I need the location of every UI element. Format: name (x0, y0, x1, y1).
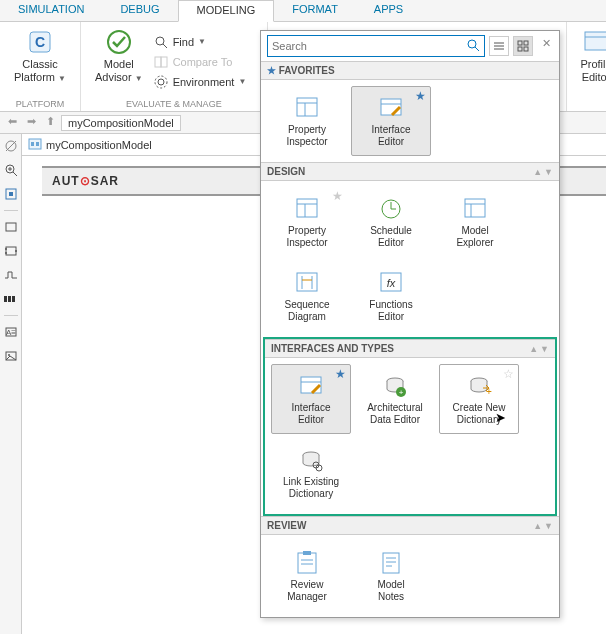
tab-format[interactable]: FORMAT (274, 0, 356, 21)
svg-rect-20 (6, 247, 16, 255)
svg-line-35 (475, 47, 479, 51)
model-icon (28, 137, 42, 153)
star-icon[interactable]: ★ (415, 89, 426, 103)
svg-rect-74 (303, 551, 311, 555)
ribbon-group-evaluate: ModelAdvisor ▼ Find ▼ Compare To Environ… (81, 22, 268, 111)
review-manager-icon (293, 549, 321, 577)
interface-editor-icon (297, 372, 325, 400)
sequence-diagram-icon (293, 269, 321, 297)
gallery-item-architectural-data-editor[interactable]: + ArchitecturalData Editor (355, 364, 435, 434)
tab-debug[interactable]: DEBUG (102, 0, 177, 21)
section-favorites-header[interactable]: ★ FAVORITES (261, 61, 559, 80)
star-icon[interactable]: ★ (332, 189, 343, 203)
svg-point-22 (5, 252, 7, 254)
collapse-icon[interactable]: ▲ (533, 521, 542, 531)
tool-separator (4, 210, 18, 211)
gallery-item-sequence-diagram[interactable]: SequenceDiagram (267, 261, 347, 331)
svg-point-8 (155, 76, 167, 88)
nav-back-icon[interactable]: ⬅ (4, 115, 20, 131)
tool-annotation-icon[interactable]: A≡ (3, 324, 19, 340)
tool-hide-icon[interactable] (3, 138, 19, 154)
section-review-header[interactable]: REVIEW ▲ ▼ (261, 516, 559, 535)
svg-rect-39 (518, 41, 522, 45)
tool-component-icon[interactable] (3, 219, 19, 235)
collapse-icon[interactable]: ▲ (533, 167, 542, 177)
svg-point-23 (15, 250, 17, 252)
svg-rect-33 (36, 142, 39, 146)
gallery-item-interface-editor[interactable]: ★ InterfaceEditor (271, 364, 351, 434)
ribbon-group-label: PLATFORM (8, 97, 72, 111)
expand-icon[interactable]: ▼ (544, 167, 553, 177)
gallery-item-model-explorer[interactable]: ModelExplorer (435, 187, 515, 257)
ribbon-group-label: EVALUATE & MANAGE (89, 97, 259, 111)
tool-signal-icon[interactable] (3, 267, 19, 283)
gallery-item-create-new-dictionary[interactable]: ☆ + Create NewDictionary ➤ (439, 364, 519, 434)
gallery-item-model-notes[interactable]: ModelNotes (351, 541, 431, 611)
tool-separator (4, 315, 18, 316)
gallery-item-interface-editor[interactable]: ★ InterfaceEditor (351, 86, 431, 156)
view-grid-button[interactable] (513, 36, 533, 56)
svg-rect-9 (585, 32, 606, 50)
gallery-item-functions-editor[interactable]: fx FunctionsEditor (351, 261, 431, 331)
tab-simulation[interactable]: SIMULATION (0, 0, 102, 21)
collapse-icon[interactable]: ▲ (529, 344, 538, 354)
nav-up-icon[interactable]: ⬆ (42, 115, 58, 131)
doc-tab[interactable]: myCompositionModel (28, 137, 152, 153)
view-list-button[interactable] (489, 36, 509, 56)
gallery-item-property-inspector[interactable]: ★ PropertyInspector (267, 187, 347, 257)
star-icon: ★ (267, 65, 276, 76)
left-toolbar: A≡ (0, 134, 22, 634)
checkmark-icon (105, 28, 133, 56)
gallery-popup: ✕ ★ FAVORITES PropertyInspector ★ Interf… (260, 30, 560, 618)
svg-point-21 (5, 248, 7, 250)
nav-forward-icon[interactable]: ➡ (23, 115, 39, 131)
tool-bus-icon[interactable] (3, 291, 19, 307)
section-interfaces-highlight: INTERFACES AND TYPES ▲ ▼ ★ InterfaceEdit… (263, 337, 557, 516)
svg-rect-18 (9, 192, 13, 196)
tool-fit-icon[interactable] (3, 186, 19, 202)
gallery-item-property-inspector[interactable]: PropertyInspector (267, 86, 347, 156)
svg-text:C: C (35, 34, 45, 50)
svg-rect-26 (12, 296, 15, 302)
section-design-header[interactable]: DESIGN ▲ ▼ (261, 162, 559, 181)
dropdown-arrow-icon: ▼ (198, 37, 206, 46)
svg-rect-24 (4, 296, 7, 302)
gallery-item-link-existing-dictionary[interactable]: Link ExistingDictionary (271, 438, 351, 508)
tool-zoom-icon[interactable] (3, 162, 19, 178)
ribbon-group-platform: C ClassicPlatform ▼ PLATFORM (0, 22, 81, 111)
profile-editor-button[interactable]: ProfileEditor (571, 26, 606, 86)
model-advisor-button[interactable]: ModelAdvisor ▼ (89, 26, 149, 97)
data-editor-icon: + (381, 372, 409, 400)
tool-image-icon[interactable] (3, 348, 19, 364)
find-button[interactable]: Find ▼ (149, 32, 259, 52)
address-field[interactable]: myCompositionModel (61, 115, 181, 131)
search-icon (466, 38, 480, 54)
environment-button[interactable]: Environment ▼ (149, 72, 259, 92)
main-tab-bar: SIMULATION DEBUG MODELING FORMAT APPS (0, 0, 606, 22)
tab-modeling[interactable]: MODELING (178, 0, 275, 22)
star-icon[interactable]: ☆ (503, 367, 514, 381)
tool-ports-icon[interactable] (3, 243, 19, 259)
svg-rect-19 (6, 223, 16, 231)
star-icon[interactable]: ★ (335, 367, 346, 381)
gallery-search[interactable] (267, 35, 485, 57)
svg-rect-48 (297, 199, 317, 217)
search-input[interactable] (272, 40, 466, 52)
dropdown-arrow-icon: ▼ (238, 77, 246, 86)
svg-rect-54 (465, 199, 485, 217)
classic-platform-button[interactable]: C ClassicPlatform ▼ (8, 26, 72, 97)
expand-icon[interactable]: ▼ (540, 344, 549, 354)
close-button[interactable]: ✕ (537, 37, 555, 55)
gallery-item-review-manager[interactable]: ReviewManager (267, 541, 347, 611)
gallery-item-schedule-editor[interactable]: ScheduleEditor (351, 187, 431, 257)
property-inspector-icon (293, 94, 321, 122)
expand-icon[interactable]: ▼ (544, 521, 553, 531)
tab-apps[interactable]: APPS (356, 0, 421, 21)
interface-editor-icon (377, 94, 405, 122)
svg-rect-77 (383, 553, 399, 573)
svg-rect-73 (298, 553, 316, 573)
section-interfaces-header[interactable]: INTERFACES AND TYPES ▲ ▼ (265, 339, 555, 358)
svg-rect-42 (524, 47, 528, 51)
svg-text:A≡: A≡ (5, 328, 15, 337)
search-icon (153, 34, 169, 50)
